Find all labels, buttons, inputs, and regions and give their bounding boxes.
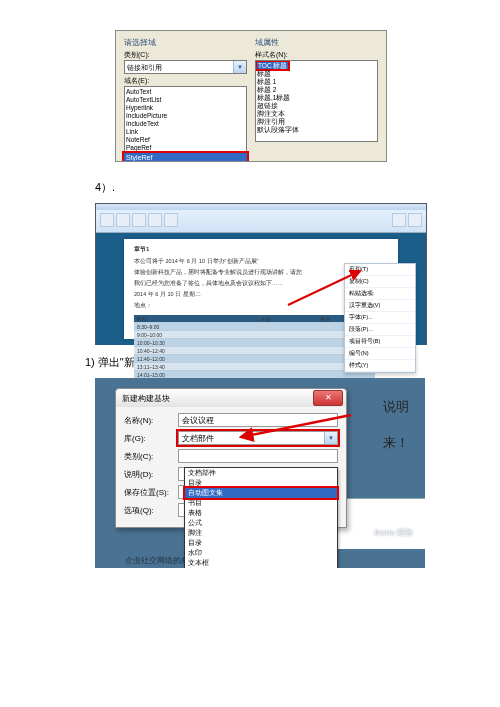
right-panel-title: 域属性	[255, 37, 378, 48]
dropdown-item-selected[interactable]: 自动图文集	[185, 488, 337, 498]
right-panel: 域属性 样式名(N): TOC 标题 标题 标题 1 标题 2 标题,1标题 超…	[255, 37, 378, 162]
menu-item[interactable]: 样式(Y)	[345, 360, 415, 372]
savein-label: 保存位置(S):	[124, 487, 178, 498]
ribbon-icon[interactable]	[408, 213, 422, 227]
menu-item[interactable]: 编号(N)	[345, 348, 415, 360]
category-combo[interactable]: 链接和引用	[124, 60, 247, 74]
gallery-label: 库(G):	[124, 433, 178, 444]
menu-item[interactable]: 剪切(T)	[345, 264, 415, 276]
insert-field-dialog: 请选择域 类别(C): 链接和引用 域名(E): AutoText AutoTe…	[115, 30, 387, 162]
dropdown-item[interactable]: 书目	[185, 498, 337, 508]
fieldname-selected[interactable]: StyleRef	[124, 153, 247, 162]
dropdown-item[interactable]: 公式	[185, 518, 337, 528]
ribbon-icon[interactable]	[116, 213, 130, 227]
category-label: 类别(C):	[124, 451, 178, 462]
menu-item[interactable]: 粘贴选项:	[345, 288, 415, 300]
left-panel: 请选择域 类别(C): 链接和引用 域名(E): AutoText AutoTe…	[124, 37, 247, 162]
dropdown-item[interactable]: 目录	[185, 538, 337, 548]
side-text-2: 来！	[383, 434, 423, 452]
name-input[interactable]: 会议议程	[178, 413, 338, 427]
menu-item[interactable]: 项目符号(B)	[345, 336, 415, 348]
watermark: Baidu 经验	[377, 326, 416, 337]
menu-item[interactable]: 汉字重选(V)	[345, 300, 415, 312]
dialog-title: 新建构建基块	[122, 393, 170, 404]
style-selected[interactable]: TOC 标题	[257, 62, 288, 69]
menu-item[interactable]: 复制(C)	[345, 276, 415, 288]
name-label: 名称(N):	[124, 415, 178, 426]
dropdown-item[interactable]: 表格	[185, 508, 337, 518]
stylename-list[interactable]: TOC 标题 标题 标题 1 标题 2 标题,1标题 超链接 脚注文本 脚注引用…	[255, 60, 378, 142]
menu-item[interactable]: 字体(F)...	[345, 312, 415, 324]
ribbon	[96, 204, 426, 233]
category-label: 类别(C):	[124, 50, 247, 60]
new-building-block-dialog: 新建构建基块 ✕ 名称(N): 会议议程 库(G): 文档部件 ▼ 类别(C):	[115, 388, 347, 528]
ribbon-icon[interactable]	[148, 213, 162, 227]
close-icon[interactable]: ✕	[313, 390, 343, 406]
fieldname-list[interactable]: AutoText AutoTextList Hyperlink IncludeP…	[124, 86, 247, 154]
gallery-combo[interactable]: 文档部件 ▼	[178, 431, 338, 445]
chevron-down-icon[interactable]: ▼	[324, 432, 337, 444]
ribbon-icon[interactable]	[164, 213, 178, 227]
dropdown-item[interactable]: 文档部件	[185, 468, 337, 478]
ribbon-icon[interactable]	[100, 213, 114, 227]
options-label: 选项(Q):	[124, 505, 178, 516]
dropdown-item[interactable]: 文本框	[185, 558, 337, 568]
ribbon-icon[interactable]	[132, 213, 146, 227]
step-4-label: 4）.	[95, 180, 445, 195]
category-combo[interactable]	[178, 449, 338, 463]
dropdown-item[interactable]: 水印	[185, 548, 337, 558]
side-text-1: 说明	[383, 398, 423, 416]
left-panel-title: 请选择域	[124, 37, 247, 48]
fieldname-label: 域名(E):	[124, 76, 247, 86]
ribbon-icon[interactable]	[392, 213, 406, 227]
desc-label: 说明(D):	[124, 469, 178, 480]
schedule-table: 时间内容备注 8:30–9:00 9:00–10:00 10:00–10:30 …	[134, 315, 375, 379]
gallery-dropdown-list[interactable]: 文档部件 目录 自动图文集 书目 表格 公式 脚注 目录 水印 文本框 页脚（边…	[184, 467, 338, 568]
building-block-screenshot: 说明 来！ 新建构建基块 ✕ 名称(N): 会议议程 库(G): 文档部件 ▼	[95, 378, 425, 568]
stylename-label: 样式名(N):	[255, 50, 378, 60]
dropdown-item[interactable]: 目录	[185, 478, 337, 488]
dropdown-item[interactable]: 脚注	[185, 528, 337, 538]
word-window: 章节1 本公司将于 2014 年 6 月 10 日举办"创新产品展" 体验创新科…	[95, 203, 427, 345]
doc-heading: 章节1	[134, 245, 388, 254]
context-menu[interactable]: 剪切(T) 复制(C) 粘贴选项: 汉字重选(V) 字体(F)... 段落(P)…	[344, 263, 416, 373]
watermark: Baidu 经验	[374, 527, 413, 538]
